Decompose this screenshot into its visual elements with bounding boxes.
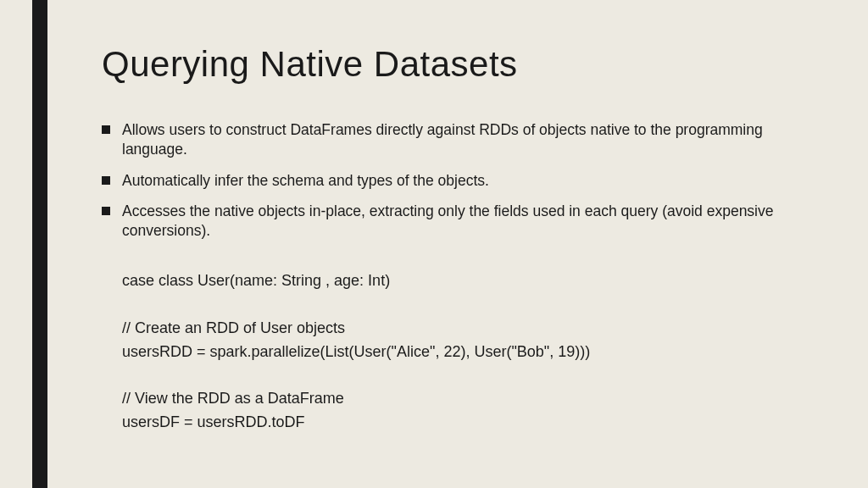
bullet-list: Allows users to construct DataFrames dir…: [102, 120, 817, 241]
code-line: case class User(name: String , age: Int): [122, 269, 817, 293]
bullet-text: Accesses the native objects in-place, ex…: [122, 202, 817, 241]
slide-title: Querying Native Datasets: [102, 44, 817, 85]
bullet-item: Accesses the native objects in-place, ex…: [102, 202, 817, 241]
slide-content: Querying Native Datasets Allows users to…: [102, 44, 817, 435]
code-line: usersRDD = spark.parallelize(List(User("…: [122, 341, 817, 364]
square-bullet-icon: [102, 125, 110, 134]
square-bullet-icon: [102, 176, 110, 185]
square-bullet-icon: [102, 207, 110, 215]
bullet-text: Automatically infer the schema and types…: [122, 171, 817, 191]
code-spacer: [122, 363, 817, 387]
code-block: case class User(name: String , age: Int)…: [122, 269, 817, 435]
code-spacer: [122, 293, 817, 317]
code-line: // Create an RDD of User objects: [122, 317, 817, 341]
bullet-item: Allows users to construct DataFrames dir…: [102, 120, 817, 159]
bullet-item: Automatically infer the schema and types…: [102, 171, 817, 191]
bullet-text: Allows users to construct DataFrames dir…: [122, 120, 817, 159]
code-line: usersDF = usersRDD.toDF: [122, 411, 817, 435]
slide-accent-bar: [32, 0, 47, 488]
code-line: // View the RDD as a DataFrame: [122, 387, 817, 411]
